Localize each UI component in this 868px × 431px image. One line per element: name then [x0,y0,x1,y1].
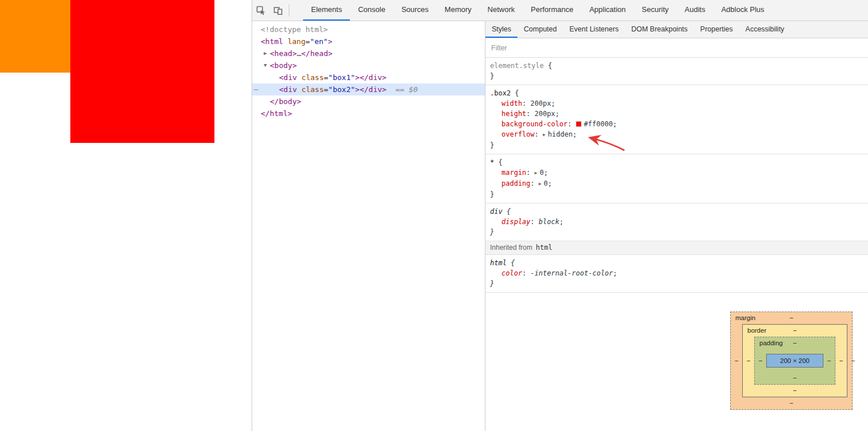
expand-property-icon[interactable]: ▶ [535,168,537,178]
tab-console[interactable]: Console [350,0,393,21]
dom-tree-line[interactable]: <html lang="en"> [252,35,485,47]
page-box1 [0,0,70,73]
property-value[interactable]: 0 [540,169,544,177]
tab-network[interactable]: Network [480,0,523,21]
property-name[interactable]: display [501,218,531,226]
property-value[interactable]: 200px [535,110,555,118]
style-rule: .box2 {width: 200px;height: 200px;backgr… [485,85,868,154]
property-value[interactable]: -internal-root-color [531,269,614,277]
dom-tree-line[interactable]: ▼<body> [252,59,485,71]
padding-left-value: − [755,349,766,372]
style-property-height[interactable]: height: 200px; [485,109,868,119]
dom-token-tag: <body> [270,61,297,70]
dom-tree-line[interactable]: ▶<head>…</head> [252,47,485,59]
color-swatch[interactable] [576,121,582,127]
dom-token-val: "en" [310,37,328,46]
property-value[interactable]: #ff0000 [584,120,613,128]
styles-tabs: StylesComputedEvent ListenersDOM Breakpo… [485,21,868,38]
inherited-from-label: Inherited from [490,244,532,252]
tab-audits[interactable]: Audits [676,0,713,21]
tab-adblock-plus[interactable]: Adblock Plus [713,0,772,21]
dom-token-tag: > [328,37,332,46]
collapse-node-icon[interactable]: ▼ [262,59,269,71]
dom-token-attr: class [297,73,324,82]
tab-security[interactable]: Security [634,0,676,21]
property-name[interactable]: background-color [501,120,568,128]
style-property-width[interactable]: width: 200px; [485,98,868,109]
property-value[interactable]: hidden [548,130,572,138]
property-name[interactable]: padding [501,179,531,187]
page-box2 [70,0,214,143]
device-toolbar-button[interactable] [269,0,286,21]
dom-token-tag: ></div> [355,85,387,94]
style-property-overflow[interactable]: overflow: ▶hidden; [485,129,868,140]
box-model-margin: margin − − border − [730,312,853,410]
dom-tree-line[interactable]: ⋯<div class="box2"></div> == $0 [252,83,485,95]
dom-tree-line[interactable]: </body> [252,95,485,107]
box-model-content: 200 × 200 [766,354,823,368]
tab-performance[interactable]: Performance [523,0,581,21]
margin-left-value: − [731,324,742,397]
property-name[interactable]: color [501,269,522,277]
dom-token-tag: ></div> [355,73,387,82]
dom-token-plain: = [324,85,328,94]
property-value[interactable]: 0 [544,179,548,187]
style-property-padding[interactable]: padding: ▶0; [485,178,868,189]
style-property-background-color[interactable]: background-color: #ff0000; [485,119,868,129]
styles-tab-computed[interactable]: Computed [517,21,563,38]
styles-tab-properties[interactable]: Properties [694,21,739,38]
tab-application[interactable]: Application [582,0,634,21]
screenshot-root: ElementsConsoleSourcesMemoryNetworkPerfo… [0,0,868,431]
property-name[interactable]: overflow [501,130,535,138]
style-property-margin[interactable]: margin: ▶0; [485,167,868,178]
margin-top-value: − [790,314,794,321]
inspect-element-button[interactable] [252,0,269,21]
rendered-page [0,0,252,431]
dom-token-attr: lang [283,37,305,46]
rule-selector[interactable]: * [490,158,494,166]
style-rule: * {margin: ▶0;padding: ▶0;} [485,154,868,203]
dom-tree-line[interactable]: <div class="box1"></div> [252,71,485,83]
dom-tree-line[interactable]: </html> [252,107,485,119]
rule-selector[interactable]: div [490,207,503,216]
margin-bottom-value: − [790,400,794,406]
styles-filter-input[interactable] [485,38,868,57]
more-actions-button[interactable]: ⋯ [254,83,259,95]
styles-tab-accessibility[interactable]: Accessibility [739,21,791,38]
dom-token-tag: <html [261,37,283,46]
dom-tree-line[interactable]: <!doctype html> [252,23,485,35]
styles-tab-styles[interactable]: Styles [485,21,517,38]
border-label: border [747,325,766,337]
property-name[interactable]: width [501,99,522,107]
padding-right-value: − [823,349,835,372]
inherited-node-link[interactable]: html [536,244,552,252]
expand-property-icon[interactable]: ▶ [543,130,546,140]
dom-token-plain: … [297,49,301,58]
rule-selector[interactable]: element.style [490,62,544,70]
tab-sources[interactable]: Sources [393,0,437,21]
style-property-color[interactable]: color: -internal-root-color; [485,268,868,278]
styles-tab-event-listeners[interactable]: Event Listeners [563,21,625,38]
expand-property-icon[interactable]: ▶ [539,179,541,189]
dom-tree: <!doctype html><html lang="en">▶<head>…<… [252,21,485,431]
dom-token-tag: </head> [301,49,333,58]
dom-token-tag: <div [279,73,297,82]
inspect-icon [256,6,266,15]
tab-memory[interactable]: Memory [437,0,480,21]
expand-node-icon[interactable]: ▶ [262,47,269,59]
rule-selector[interactable]: .box2 [490,89,511,97]
property-value[interactable]: 200px [531,99,551,107]
dom-token-plain: = [324,73,328,82]
property-value[interactable]: block [539,218,559,226]
dom-token-tag: <div [279,85,297,94]
property-name[interactable]: margin [501,169,526,177]
style-property-display[interactable]: display: block; [485,217,868,227]
padding-bottom-value: − [793,374,797,381]
styles-tab-dom-breakpoints[interactable]: DOM Breakpoints [625,21,694,38]
box-model-padding: padding − − 200 × 200 − [754,337,835,385]
property-name[interactable]: height [501,110,526,118]
style-rule: html {color: -internal-root-color;} [485,255,868,293]
style-rule: div {display: block;} [485,203,868,241]
rule-selector[interactable]: html [490,259,507,267]
tab-elements[interactable]: Elements [303,0,350,21]
